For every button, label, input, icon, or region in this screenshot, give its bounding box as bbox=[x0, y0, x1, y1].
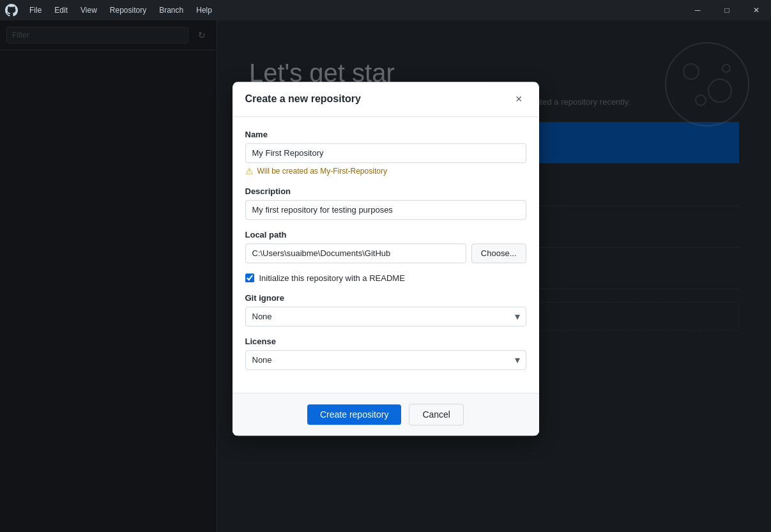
menu-branch[interactable]: Branch bbox=[153, 3, 190, 17]
create-repository-modal: Create a new repository × Name ⚠ Will be… bbox=[233, 82, 539, 436]
description-field-group: Description bbox=[245, 186, 526, 220]
license-field-group: License None bbox=[245, 337, 526, 370]
local-path-field-group: Local path Choose... bbox=[245, 230, 526, 263]
name-warning: ⚠ Will be created as My-First-Repository bbox=[245, 166, 526, 176]
gitignore-select-wrapper: None bbox=[245, 307, 526, 326]
license-label: License bbox=[245, 337, 526, 346]
cancel-button[interactable]: Cancel bbox=[409, 404, 464, 425]
menu-bar: File Edit View Repository Branch Help bbox=[23, 3, 218, 17]
github-logo-icon bbox=[5, 4, 18, 17]
warning-message: Will be created as My-First-Repository bbox=[257, 167, 387, 176]
modal-header: Create a new repository × bbox=[233, 82, 539, 117]
modal-body: Name ⚠ Will be created as My-First-Repos… bbox=[233, 117, 539, 393]
license-select[interactable]: None bbox=[245, 350, 526, 370]
initialize-label[interactable]: Initialize this repository with a README bbox=[259, 273, 405, 283]
license-select-wrapper: None bbox=[245, 350, 526, 370]
menu-view[interactable]: View bbox=[74, 3, 103, 17]
description-input[interactable] bbox=[245, 200, 526, 220]
maximize-button[interactable]: □ bbox=[712, 0, 742, 20]
menu-edit[interactable]: Edit bbox=[48, 3, 74, 17]
local-path-row: Choose... bbox=[245, 243, 526, 263]
create-repository-button[interactable]: Create repository bbox=[307, 404, 401, 425]
name-input[interactable] bbox=[245, 143, 526, 163]
menu-repository[interactable]: Repository bbox=[103, 3, 153, 17]
modal-footer: Create repository Cancel bbox=[233, 393, 539, 436]
close-button[interactable]: ✕ bbox=[742, 0, 771, 20]
local-path-label: Local path bbox=[245, 230, 526, 239]
choose-path-button[interactable]: Choose... bbox=[471, 243, 526, 263]
warning-icon: ⚠ bbox=[245, 166, 254, 176]
main-background: ↻ Let's get star Add a repository to Git… bbox=[0, 20, 771, 532]
description-label: Description bbox=[245, 186, 526, 196]
gitignore-label: Git ignore bbox=[245, 293, 526, 303]
titlebar: File Edit View Repository Branch Help ─ … bbox=[0, 0, 771, 20]
gitignore-field-group: Git ignore None bbox=[245, 293, 526, 326]
modal-close-button[interactable]: × bbox=[512, 92, 526, 106]
gitignore-select[interactable]: None bbox=[245, 307, 526, 326]
menu-help[interactable]: Help bbox=[190, 3, 218, 17]
menu-file[interactable]: File bbox=[23, 3, 48, 17]
modal-title: Create a new repository bbox=[245, 93, 361, 105]
minimize-button[interactable]: ─ bbox=[683, 0, 712, 20]
local-path-input[interactable] bbox=[245, 243, 466, 263]
initialize-checkbox[interactable] bbox=[245, 273, 254, 282]
window-controls: ─ □ ✕ bbox=[683, 0, 771, 20]
name-label: Name bbox=[245, 130, 526, 139]
initialize-checkbox-row: Initialize this repository with a README bbox=[245, 273, 526, 283]
name-field-group: Name ⚠ Will be created as My-First-Repos… bbox=[245, 130, 526, 176]
